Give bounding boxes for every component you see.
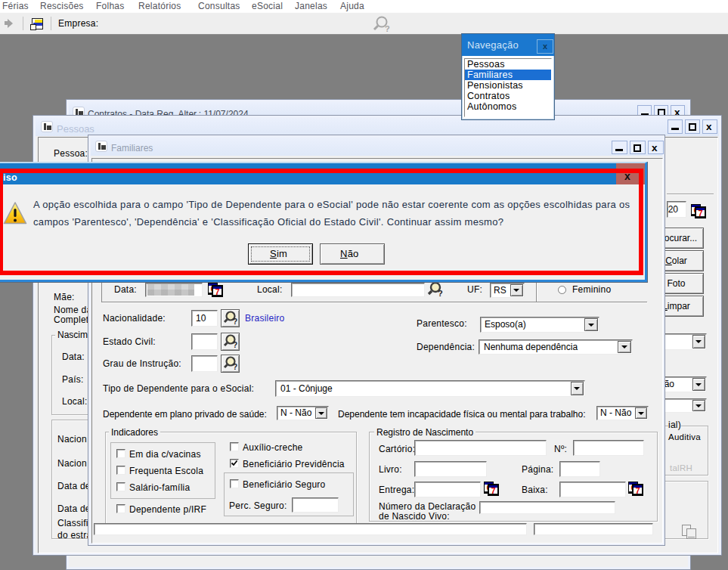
- svg-text:?: ?: [438, 289, 443, 298]
- svg-text:?: ?: [233, 318, 237, 326]
- svg-text:?: ?: [385, 24, 390, 33]
- svg-text:?: ?: [233, 341, 237, 349]
- svg-text:?: ?: [233, 363, 237, 371]
